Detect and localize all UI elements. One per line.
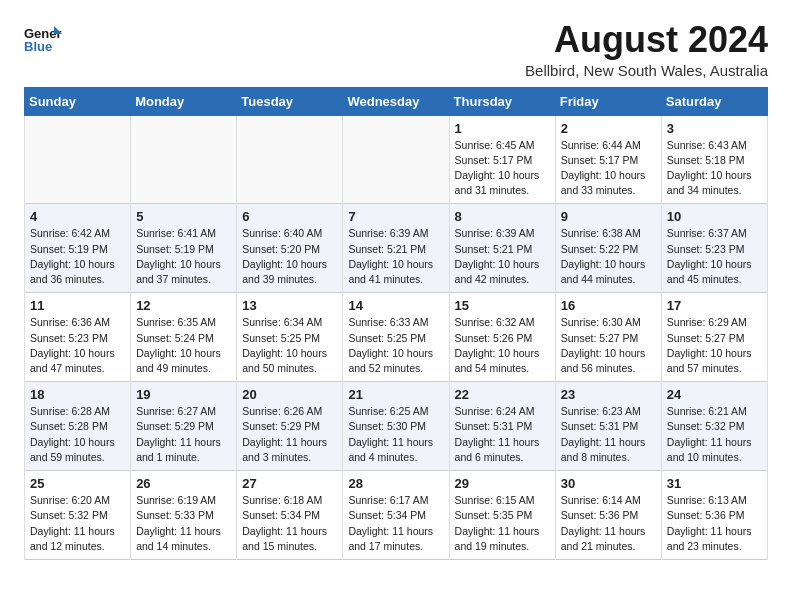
- weekday-header: Wednesday: [343, 87, 449, 115]
- calendar-cell: 15Sunrise: 6:32 AM Sunset: 5:26 PM Dayli…: [449, 293, 555, 382]
- day-info: Sunrise: 6:17 AM Sunset: 5:34 PM Dayligh…: [348, 493, 443, 554]
- day-info: Sunrise: 6:25 AM Sunset: 5:30 PM Dayligh…: [348, 404, 443, 465]
- weekday-header: Sunday: [25, 87, 131, 115]
- day-info: Sunrise: 6:20 AM Sunset: 5:32 PM Dayligh…: [30, 493, 125, 554]
- day-number: 21: [348, 387, 443, 402]
- day-info: Sunrise: 6:19 AM Sunset: 5:33 PM Dayligh…: [136, 493, 231, 554]
- day-number: 24: [667, 387, 762, 402]
- day-info: Sunrise: 6:35 AM Sunset: 5:24 PM Dayligh…: [136, 315, 231, 376]
- day-info: Sunrise: 6:24 AM Sunset: 5:31 PM Dayligh…: [455, 404, 550, 465]
- day-info: Sunrise: 6:26 AM Sunset: 5:29 PM Dayligh…: [242, 404, 337, 465]
- day-number: 14: [348, 298, 443, 313]
- calendar-cell: 21Sunrise: 6:25 AM Sunset: 5:30 PM Dayli…: [343, 382, 449, 471]
- day-info: Sunrise: 6:41 AM Sunset: 5:19 PM Dayligh…: [136, 226, 231, 287]
- day-info: Sunrise: 6:44 AM Sunset: 5:17 PM Dayligh…: [561, 138, 656, 199]
- weekday-header: Tuesday: [237, 87, 343, 115]
- logo-icon: General Blue: [24, 24, 62, 56]
- calendar-cell: [237, 115, 343, 204]
- calendar-week-row: 18Sunrise: 6:28 AM Sunset: 5:28 PM Dayli…: [25, 382, 768, 471]
- calendar-cell: 14Sunrise: 6:33 AM Sunset: 5:25 PM Dayli…: [343, 293, 449, 382]
- day-number: 28: [348, 476, 443, 491]
- calendar-cell: [25, 115, 131, 204]
- calendar-cell: 11Sunrise: 6:36 AM Sunset: 5:23 PM Dayli…: [25, 293, 131, 382]
- calendar-cell: 18Sunrise: 6:28 AM Sunset: 5:28 PM Dayli…: [25, 382, 131, 471]
- calendar-cell: 10Sunrise: 6:37 AM Sunset: 5:23 PM Dayli…: [661, 204, 767, 293]
- day-info: Sunrise: 6:34 AM Sunset: 5:25 PM Dayligh…: [242, 315, 337, 376]
- calendar-cell: 29Sunrise: 6:15 AM Sunset: 5:35 PM Dayli…: [449, 471, 555, 560]
- calendar-cell: 23Sunrise: 6:23 AM Sunset: 5:31 PM Dayli…: [555, 382, 661, 471]
- svg-text:Blue: Blue: [24, 39, 52, 54]
- day-number: 20: [242, 387, 337, 402]
- day-number: 13: [242, 298, 337, 313]
- calendar-week-row: 4Sunrise: 6:42 AM Sunset: 5:19 PM Daylig…: [25, 204, 768, 293]
- day-info: Sunrise: 6:45 AM Sunset: 5:17 PM Dayligh…: [455, 138, 550, 199]
- calendar-cell: 26Sunrise: 6:19 AM Sunset: 5:33 PM Dayli…: [131, 471, 237, 560]
- day-number: 26: [136, 476, 231, 491]
- day-info: Sunrise: 6:38 AM Sunset: 5:22 PM Dayligh…: [561, 226, 656, 287]
- day-info: Sunrise: 6:14 AM Sunset: 5:36 PM Dayligh…: [561, 493, 656, 554]
- day-number: 12: [136, 298, 231, 313]
- day-number: 11: [30, 298, 125, 313]
- day-info: Sunrise: 6:32 AM Sunset: 5:26 PM Dayligh…: [455, 315, 550, 376]
- calendar-cell: 30Sunrise: 6:14 AM Sunset: 5:36 PM Dayli…: [555, 471, 661, 560]
- day-number: 22: [455, 387, 550, 402]
- day-info: Sunrise: 6:37 AM Sunset: 5:23 PM Dayligh…: [667, 226, 762, 287]
- calendar-week-row: 1Sunrise: 6:45 AM Sunset: 5:17 PM Daylig…: [25, 115, 768, 204]
- day-number: 4: [30, 209, 125, 224]
- calendar-week-row: 25Sunrise: 6:20 AM Sunset: 5:32 PM Dayli…: [25, 471, 768, 560]
- day-info: Sunrise: 6:43 AM Sunset: 5:18 PM Dayligh…: [667, 138, 762, 199]
- calendar-cell: [131, 115, 237, 204]
- day-info: Sunrise: 6:30 AM Sunset: 5:27 PM Dayligh…: [561, 315, 656, 376]
- day-info: Sunrise: 6:42 AM Sunset: 5:19 PM Dayligh…: [30, 226, 125, 287]
- day-info: Sunrise: 6:29 AM Sunset: 5:27 PM Dayligh…: [667, 315, 762, 376]
- day-number: 17: [667, 298, 762, 313]
- calendar-cell: 1Sunrise: 6:45 AM Sunset: 5:17 PM Daylig…: [449, 115, 555, 204]
- calendar-cell: 6Sunrise: 6:40 AM Sunset: 5:20 PM Daylig…: [237, 204, 343, 293]
- weekday-header: Monday: [131, 87, 237, 115]
- day-info: Sunrise: 6:28 AM Sunset: 5:28 PM Dayligh…: [30, 404, 125, 465]
- calendar-cell: 22Sunrise: 6:24 AM Sunset: 5:31 PM Dayli…: [449, 382, 555, 471]
- day-number: 19: [136, 387, 231, 402]
- day-number: 3: [667, 121, 762, 136]
- day-info: Sunrise: 6:39 AM Sunset: 5:21 PM Dayligh…: [348, 226, 443, 287]
- day-number: 27: [242, 476, 337, 491]
- day-number: 1: [455, 121, 550, 136]
- day-info: Sunrise: 6:40 AM Sunset: 5:20 PM Dayligh…: [242, 226, 337, 287]
- day-info: Sunrise: 6:15 AM Sunset: 5:35 PM Dayligh…: [455, 493, 550, 554]
- day-number: 25: [30, 476, 125, 491]
- day-number: 10: [667, 209, 762, 224]
- day-info: Sunrise: 6:39 AM Sunset: 5:21 PM Dayligh…: [455, 226, 550, 287]
- calendar-cell: 13Sunrise: 6:34 AM Sunset: 5:25 PM Dayli…: [237, 293, 343, 382]
- weekday-header: Friday: [555, 87, 661, 115]
- calendar-cell: 27Sunrise: 6:18 AM Sunset: 5:34 PM Dayli…: [237, 471, 343, 560]
- day-number: 9: [561, 209, 656, 224]
- calendar-cell: 12Sunrise: 6:35 AM Sunset: 5:24 PM Dayli…: [131, 293, 237, 382]
- calendar-cell: 19Sunrise: 6:27 AM Sunset: 5:29 PM Dayli…: [131, 382, 237, 471]
- day-number: 30: [561, 476, 656, 491]
- calendar-cell: 5Sunrise: 6:41 AM Sunset: 5:19 PM Daylig…: [131, 204, 237, 293]
- calendar-cell: 9Sunrise: 6:38 AM Sunset: 5:22 PM Daylig…: [555, 204, 661, 293]
- day-number: 6: [242, 209, 337, 224]
- day-number: 8: [455, 209, 550, 224]
- location: Bellbird, New South Wales, Australia: [525, 62, 768, 79]
- calendar-cell: 31Sunrise: 6:13 AM Sunset: 5:36 PM Dayli…: [661, 471, 767, 560]
- day-number: 2: [561, 121, 656, 136]
- day-number: 29: [455, 476, 550, 491]
- calendar-cell: 8Sunrise: 6:39 AM Sunset: 5:21 PM Daylig…: [449, 204, 555, 293]
- day-info: Sunrise: 6:36 AM Sunset: 5:23 PM Dayligh…: [30, 315, 125, 376]
- page-header: General Blue August 2024 Bellbird, New S…: [24, 20, 768, 79]
- day-number: 7: [348, 209, 443, 224]
- day-number: 23: [561, 387, 656, 402]
- calendar-cell: 24Sunrise: 6:21 AM Sunset: 5:32 PM Dayli…: [661, 382, 767, 471]
- calendar-cell: 17Sunrise: 6:29 AM Sunset: 5:27 PM Dayli…: [661, 293, 767, 382]
- day-number: 16: [561, 298, 656, 313]
- calendar-cell: 7Sunrise: 6:39 AM Sunset: 5:21 PM Daylig…: [343, 204, 449, 293]
- weekday-header: Saturday: [661, 87, 767, 115]
- month-year: August 2024: [525, 20, 768, 60]
- calendar-cell: 3Sunrise: 6:43 AM Sunset: 5:18 PM Daylig…: [661, 115, 767, 204]
- day-info: Sunrise: 6:33 AM Sunset: 5:25 PM Dayligh…: [348, 315, 443, 376]
- day-info: Sunrise: 6:27 AM Sunset: 5:29 PM Dayligh…: [136, 404, 231, 465]
- weekday-header-row: SundayMondayTuesdayWednesdayThursdayFrid…: [25, 87, 768, 115]
- day-number: 15: [455, 298, 550, 313]
- title-area: August 2024 Bellbird, New South Wales, A…: [525, 20, 768, 79]
